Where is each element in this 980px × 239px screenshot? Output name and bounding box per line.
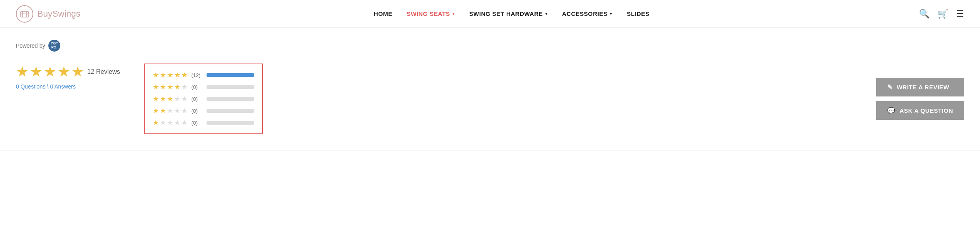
s2-2: ★ [160,106,166,115]
menu-icon[interactable]: ☰ [956,9,964,19]
cart-icon[interactable]: 🛒 [938,9,948,19]
s2-5: ★ [181,106,188,115]
review-section: Powered by YOTPO. ★ ★ ★ ★ ★ 12 Reviews 0… [0,28,980,150]
s4-3: ★ [167,83,173,91]
rating-bar-bg-2 [207,109,254,113]
search-icon[interactable]: 🔍 [919,9,930,19]
write-review-label: WRITE A REVIEW [897,84,949,91]
small-stars-3: ★ ★ ★ ★ ★ [153,94,188,103]
main-nav: HOME SWING SEATS ▾ SWING SET HARDWARE ▾ … [104,10,919,17]
small-stars-4: ★ ★ ★ ★ ★ [153,83,188,91]
s1-3: ★ [167,118,173,127]
small-stars-2: ★ ★ ★ ★ ★ [153,106,188,115]
s3-5: ★ [181,94,188,103]
rating-breakdown: ★ ★ ★ ★ ★ (12) ★ ★ ★ ★ ★ [144,64,263,134]
s5-5: ★ [181,71,188,79]
rating-bar-bg-5 [207,73,254,77]
nav-swing-set-hardware[interactable]: SWING SET HARDWARE ▾ [469,10,548,17]
logo-icon [16,5,33,23]
s4-5: ★ [181,83,188,91]
small-stars-5: ★ ★ ★ ★ ★ [153,71,188,79]
ask-question-label: ASK A QUESTION [900,107,953,114]
rating-count-4: (0) [191,84,203,90]
rating-bar-bg-3 [207,97,254,101]
svg-rect-0 [21,12,29,17]
review-content: ★ ★ ★ ★ ★ 12 Reviews 0 Questions \ 0 Ans… [16,64,964,134]
nav-swing-seats[interactable]: SWING SEATS ▾ [407,10,455,17]
rating-bar-bg-4 [207,85,254,89]
s5-4: ★ [174,71,180,79]
avg-stars-row: ★ ★ ★ ★ ★ 12 Reviews [16,64,120,80]
s3-4: ★ [174,94,180,103]
summary-left: ★ ★ ★ ★ ★ 12 Reviews 0 Questions \ 0 Ans… [16,64,120,90]
write-review-button[interactable]: ✎ WRITE A REVIEW [876,78,964,96]
write-review-icon: ✎ [887,83,893,91]
rating-row-4: ★ ★ ★ ★ ★ (0) [153,83,254,91]
avg-stars: ★ ★ ★ ★ ★ [16,64,84,80]
rating-count-3: (0) [191,96,203,102]
s2-3: ★ [167,106,173,115]
action-buttons: ✎ WRITE A REVIEW 💬 ASK A QUESTION [876,78,964,120]
chevron-down-icon: ▾ [452,11,455,16]
nav-home[interactable]: HOME [374,10,392,17]
nav-slides[interactable]: SLIDES [627,10,649,17]
big-star-2: ★ [30,64,42,80]
chevron-down-icon: ▾ [545,11,548,16]
s1-2: ★ [160,118,166,127]
rating-bar-fill-5 [207,73,254,77]
rating-bar-bg-1 [207,121,254,125]
header-icons: 🔍 🛒 ☰ [919,9,964,19]
review-count: 12 Reviews [87,68,120,75]
chevron-down-icon: ▾ [610,11,612,16]
big-star-1: ★ [16,64,29,80]
powered-by-label: Powered by [16,42,45,49]
s1-5: ★ [181,118,188,127]
rating-row-1: ★ ★ ★ ★ ★ (0) [153,118,254,127]
yotpo-badge: YOTPO. [48,40,60,52]
big-star-5: ★ [71,64,84,80]
s4-1: ★ [153,83,159,91]
big-star-3: ★ [44,64,56,80]
s1-1: ★ [153,118,159,127]
powered-by-row: Powered by YOTPO. [16,40,964,52]
s4-4: ★ [174,83,180,91]
s3-3: ★ [167,94,173,103]
site-header: BuySwings HOME SWING SEATS ▾ SWING SET H… [0,0,980,28]
ask-question-button[interactable]: 💬 ASK A QUESTION [876,101,964,120]
rating-count-1: (0) [191,120,203,126]
logo[interactable]: BuySwings [16,5,80,23]
rating-count-2: (0) [191,108,203,114]
big-star-4: ★ [57,64,70,80]
s2-1: ★ [153,106,159,115]
s5-2: ★ [160,71,166,79]
s4-2: ★ [160,83,166,91]
s1-4: ★ [174,118,180,127]
rating-row-3: ★ ★ ★ ★ ★ (0) [153,94,254,103]
logo-text: BuySwings [37,9,80,19]
s3-1: ★ [153,94,159,103]
s5-1: ★ [153,71,159,79]
nav-accessories[interactable]: ACCESSORIES ▾ [562,10,612,17]
small-stars-1: ★ ★ ★ ★ ★ [153,118,188,127]
s3-2: ★ [160,94,166,103]
rating-row-2: ★ ★ ★ ★ ★ (0) [153,106,254,115]
ask-question-icon: 💬 [887,107,896,114]
s5-3: ★ [167,71,173,79]
qa-link[interactable]: 0 Questions \ 0 Answers [16,83,120,90]
rating-row-5: ★ ★ ★ ★ ★ (12) [153,71,254,79]
s2-4: ★ [174,106,180,115]
rating-count-5: (12) [191,72,203,78]
